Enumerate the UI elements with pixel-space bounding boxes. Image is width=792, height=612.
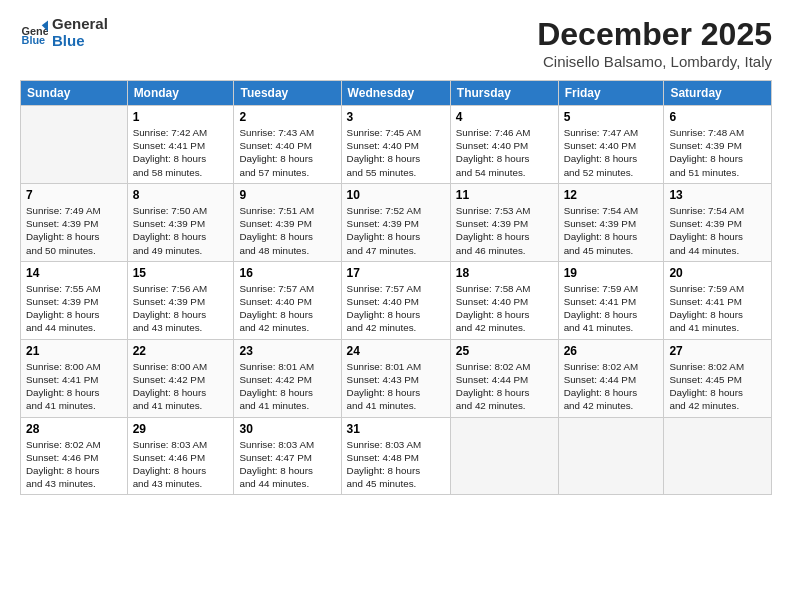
cell-info: Sunrise: 7:59 AM Sunset: 4:41 PM Dayligh… <box>564 282 659 335</box>
cell-info: Sunrise: 7:55 AM Sunset: 4:39 PM Dayligh… <box>26 282 122 335</box>
calendar-cell: 27Sunrise: 8:02 AM Sunset: 4:45 PM Dayli… <box>664 339 772 417</box>
month-title: December 2025 <box>537 16 772 53</box>
calendar-cell: 25Sunrise: 8:02 AM Sunset: 4:44 PM Dayli… <box>450 339 558 417</box>
calendar-week-3: 14Sunrise: 7:55 AM Sunset: 4:39 PM Dayli… <box>21 261 772 339</box>
cell-info: Sunrise: 8:03 AM Sunset: 4:47 PM Dayligh… <box>239 438 335 491</box>
calendar-cell: 12Sunrise: 7:54 AM Sunset: 4:39 PM Dayli… <box>558 183 664 261</box>
calendar-cell: 5Sunrise: 7:47 AM Sunset: 4:40 PM Daylig… <box>558 106 664 184</box>
day-number: 24 <box>347 344 445 358</box>
day-number: 22 <box>133 344 229 358</box>
calendar-cell: 19Sunrise: 7:59 AM Sunset: 4:41 PM Dayli… <box>558 261 664 339</box>
day-number: 26 <box>564 344 659 358</box>
cell-info: Sunrise: 7:57 AM Sunset: 4:40 PM Dayligh… <box>239 282 335 335</box>
cell-info: Sunrise: 8:03 AM Sunset: 4:46 PM Dayligh… <box>133 438 229 491</box>
calendar-cell <box>664 417 772 495</box>
cell-info: Sunrise: 7:50 AM Sunset: 4:39 PM Dayligh… <box>133 204 229 257</box>
calendar-cell <box>450 417 558 495</box>
calendar-cell: 14Sunrise: 7:55 AM Sunset: 4:39 PM Dayli… <box>21 261 128 339</box>
day-number: 18 <box>456 266 553 280</box>
day-number: 19 <box>564 266 659 280</box>
cell-info: Sunrise: 7:53 AM Sunset: 4:39 PM Dayligh… <box>456 204 553 257</box>
weekday-header-tuesday: Tuesday <box>234 81 341 106</box>
header: General Blue General Blue December 2025 … <box>20 16 772 70</box>
svg-text:Blue: Blue <box>22 33 46 45</box>
calendar-cell: 20Sunrise: 7:59 AM Sunset: 4:41 PM Dayli… <box>664 261 772 339</box>
day-number: 7 <box>26 188 122 202</box>
calendar-cell: 8Sunrise: 7:50 AM Sunset: 4:39 PM Daylig… <box>127 183 234 261</box>
calendar-table: SundayMondayTuesdayWednesdayThursdayFrid… <box>20 80 772 495</box>
logo: General Blue General Blue <box>20 16 108 49</box>
calendar-cell: 6Sunrise: 7:48 AM Sunset: 4:39 PM Daylig… <box>664 106 772 184</box>
weekday-header-monday: Monday <box>127 81 234 106</box>
cell-info: Sunrise: 7:58 AM Sunset: 4:40 PM Dayligh… <box>456 282 553 335</box>
calendar-cell <box>558 417 664 495</box>
calendar-cell: 17Sunrise: 7:57 AM Sunset: 4:40 PM Dayli… <box>341 261 450 339</box>
day-number: 9 <box>239 188 335 202</box>
weekday-header-sunday: Sunday <box>21 81 128 106</box>
cell-info: Sunrise: 8:02 AM Sunset: 4:46 PM Dayligh… <box>26 438 122 491</box>
cell-info: Sunrise: 7:56 AM Sunset: 4:39 PM Dayligh… <box>133 282 229 335</box>
day-number: 10 <box>347 188 445 202</box>
calendar-cell: 3Sunrise: 7:45 AM Sunset: 4:40 PM Daylig… <box>341 106 450 184</box>
cell-info: Sunrise: 8:00 AM Sunset: 4:41 PM Dayligh… <box>26 360 122 413</box>
day-number: 1 <box>133 110 229 124</box>
day-number: 28 <box>26 422 122 436</box>
day-number: 2 <box>239 110 335 124</box>
cell-info: Sunrise: 7:43 AM Sunset: 4:40 PM Dayligh… <box>239 126 335 179</box>
cell-info: Sunrise: 7:47 AM Sunset: 4:40 PM Dayligh… <box>564 126 659 179</box>
calendar-week-2: 7Sunrise: 7:49 AM Sunset: 4:39 PM Daylig… <box>21 183 772 261</box>
day-number: 8 <box>133 188 229 202</box>
logo-blue: Blue <box>52 33 108 50</box>
calendar-cell: 13Sunrise: 7:54 AM Sunset: 4:39 PM Dayli… <box>664 183 772 261</box>
cell-info: Sunrise: 7:51 AM Sunset: 4:39 PM Dayligh… <box>239 204 335 257</box>
calendar-cell: 26Sunrise: 8:02 AM Sunset: 4:44 PM Dayli… <box>558 339 664 417</box>
calendar-cell: 24Sunrise: 8:01 AM Sunset: 4:43 PM Dayli… <box>341 339 450 417</box>
cell-info: Sunrise: 7:46 AM Sunset: 4:40 PM Dayligh… <box>456 126 553 179</box>
calendar-cell: 11Sunrise: 7:53 AM Sunset: 4:39 PM Dayli… <box>450 183 558 261</box>
calendar-cell: 9Sunrise: 7:51 AM Sunset: 4:39 PM Daylig… <box>234 183 341 261</box>
cell-info: Sunrise: 7:54 AM Sunset: 4:39 PM Dayligh… <box>669 204 766 257</box>
cell-info: Sunrise: 7:42 AM Sunset: 4:41 PM Dayligh… <box>133 126 229 179</box>
logo-icon: General Blue <box>20 19 48 47</box>
calendar-cell: 21Sunrise: 8:00 AM Sunset: 4:41 PM Dayli… <box>21 339 128 417</box>
calendar-cell: 4Sunrise: 7:46 AM Sunset: 4:40 PM Daylig… <box>450 106 558 184</box>
calendar-week-1: 1Sunrise: 7:42 AM Sunset: 4:41 PM Daylig… <box>21 106 772 184</box>
cell-info: Sunrise: 8:00 AM Sunset: 4:42 PM Dayligh… <box>133 360 229 413</box>
day-number: 20 <box>669 266 766 280</box>
weekday-header-friday: Friday <box>558 81 664 106</box>
cell-info: Sunrise: 8:02 AM Sunset: 4:44 PM Dayligh… <box>564 360 659 413</box>
day-number: 12 <box>564 188 659 202</box>
day-number: 21 <box>26 344 122 358</box>
cell-info: Sunrise: 8:03 AM Sunset: 4:48 PM Dayligh… <box>347 438 445 491</box>
calendar-week-5: 28Sunrise: 8:02 AM Sunset: 4:46 PM Dayli… <box>21 417 772 495</box>
logo-general: General <box>52 16 108 33</box>
day-number: 6 <box>669 110 766 124</box>
day-number: 17 <box>347 266 445 280</box>
weekday-header-saturday: Saturday <box>664 81 772 106</box>
calendar-cell: 1Sunrise: 7:42 AM Sunset: 4:41 PM Daylig… <box>127 106 234 184</box>
day-number: 30 <box>239 422 335 436</box>
cell-info: Sunrise: 7:45 AM Sunset: 4:40 PM Dayligh… <box>347 126 445 179</box>
calendar-cell: 29Sunrise: 8:03 AM Sunset: 4:46 PM Dayli… <box>127 417 234 495</box>
day-number: 4 <box>456 110 553 124</box>
cell-info: Sunrise: 8:02 AM Sunset: 4:44 PM Dayligh… <box>456 360 553 413</box>
day-number: 15 <box>133 266 229 280</box>
calendar-cell: 2Sunrise: 7:43 AM Sunset: 4:40 PM Daylig… <box>234 106 341 184</box>
day-number: 11 <box>456 188 553 202</box>
cell-info: Sunrise: 8:01 AM Sunset: 4:42 PM Dayligh… <box>239 360 335 413</box>
cell-info: Sunrise: 7:59 AM Sunset: 4:41 PM Dayligh… <box>669 282 766 335</box>
calendar-cell: 31Sunrise: 8:03 AM Sunset: 4:48 PM Dayli… <box>341 417 450 495</box>
cell-info: Sunrise: 7:52 AM Sunset: 4:39 PM Dayligh… <box>347 204 445 257</box>
day-number: 29 <box>133 422 229 436</box>
calendar-cell: 16Sunrise: 7:57 AM Sunset: 4:40 PM Dayli… <box>234 261 341 339</box>
day-number: 31 <box>347 422 445 436</box>
calendar-cell: 15Sunrise: 7:56 AM Sunset: 4:39 PM Dayli… <box>127 261 234 339</box>
day-number: 5 <box>564 110 659 124</box>
calendar-cell: 22Sunrise: 8:00 AM Sunset: 4:42 PM Dayli… <box>127 339 234 417</box>
calendar-cell: 28Sunrise: 8:02 AM Sunset: 4:46 PM Dayli… <box>21 417 128 495</box>
cell-info: Sunrise: 7:57 AM Sunset: 4:40 PM Dayligh… <box>347 282 445 335</box>
cell-info: Sunrise: 8:02 AM Sunset: 4:45 PM Dayligh… <box>669 360 766 413</box>
day-number: 3 <box>347 110 445 124</box>
cell-info: Sunrise: 7:48 AM Sunset: 4:39 PM Dayligh… <box>669 126 766 179</box>
calendar-cell: 7Sunrise: 7:49 AM Sunset: 4:39 PM Daylig… <box>21 183 128 261</box>
